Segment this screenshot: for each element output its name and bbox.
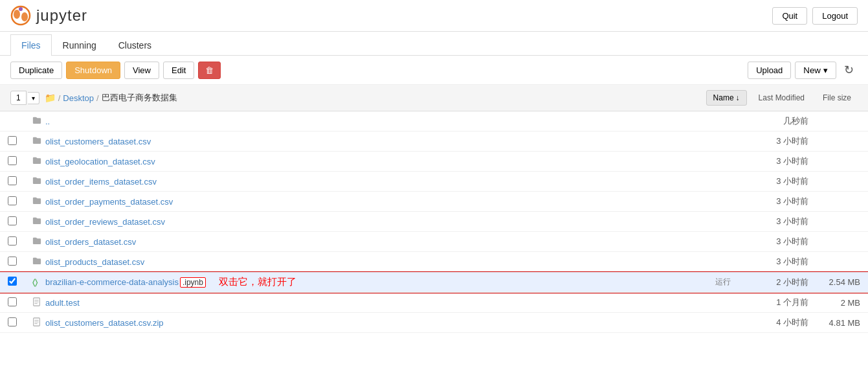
file-link[interactable]: olist_order_payments_dataset.csv bbox=[45, 197, 173, 207]
file-checkbox[interactable] bbox=[8, 196, 17, 205]
file-link[interactable]: olist_order_items_dataset.csv bbox=[45, 177, 157, 187]
last-modified-col: 2 小时前 bbox=[739, 272, 816, 293]
table-row: 〈〉brazilian-e-commerce-data-analysis.ipy… bbox=[0, 272, 868, 293]
quit-button[interactable]: Quit bbox=[772, 7, 807, 25]
file-size-col bbox=[816, 152, 868, 172]
spacer-col bbox=[684, 172, 700, 192]
icon-col bbox=[25, 111, 43, 131]
last-modified-col: 3 小时前 bbox=[739, 232, 816, 252]
table-row: olist_order_reviews_dataset.csv3 小时前 bbox=[0, 212, 868, 232]
check-col bbox=[0, 252, 25, 272]
file-checkbox[interactable] bbox=[8, 236, 17, 246]
duplicate-button[interactable]: Duplicate bbox=[10, 62, 62, 79]
folder-icon bbox=[32, 238, 41, 247]
status-col bbox=[700, 192, 739, 212]
dir-nav-button[interactable]: 1 bbox=[10, 91, 27, 105]
file-link[interactable]: olist_orders_dataset.csv bbox=[45, 237, 136, 247]
status-col bbox=[700, 232, 739, 252]
toolbar: Duplicate Shutdown View Edit 🗑 Upload Ne… bbox=[0, 56, 868, 85]
tab-files[interactable]: Files bbox=[10, 34, 52, 56]
notebook-name-box: .ipynb bbox=[180, 277, 206, 288]
last-modified-col: 3 小时前 bbox=[739, 172, 816, 192]
refresh-button[interactable]: ↻ bbox=[840, 61, 858, 79]
delete-button[interactable]: 🗑 bbox=[198, 62, 221, 79]
svg-point-1 bbox=[14, 10, 20, 19]
file-size-col: 2 MB bbox=[816, 293, 868, 313]
svg-point-2 bbox=[21, 12, 28, 21]
spacer-col bbox=[684, 152, 700, 172]
icon-col bbox=[25, 212, 43, 232]
status-col bbox=[700, 293, 739, 313]
status-col bbox=[700, 131, 739, 152]
tab-running[interactable]: Running bbox=[52, 34, 107, 56]
sort-name-button[interactable]: Name ↓ bbox=[706, 90, 747, 106]
name-col: brazilian-e-commerce-data-analysis.ipynb… bbox=[43, 272, 684, 293]
file-link[interactable]: olist_customers_dataset.csv bbox=[45, 137, 151, 146]
name-col: olist_orders_dataset.csv bbox=[43, 232, 684, 252]
file-icon bbox=[32, 319, 41, 328]
breadcrumb-home-link[interactable]: Desktop bbox=[63, 93, 94, 103]
name-col: adult.test bbox=[43, 293, 684, 313]
check-col bbox=[0, 192, 25, 212]
spacer-col bbox=[684, 232, 700, 252]
status-col bbox=[700, 252, 739, 272]
view-button[interactable]: View bbox=[124, 62, 159, 79]
edit-button[interactable]: Edit bbox=[163, 62, 194, 79]
breadcrumb-bar: 1 ▾ 📁 / Desktop / 巴西电子商务数据集 Name ↓ Last … bbox=[0, 85, 868, 111]
file-size-col bbox=[816, 232, 868, 252]
name-col: olist_customers_dataset.csv bbox=[43, 131, 684, 152]
file-link[interactable]: olist_customers_dataset.csv.zip bbox=[45, 318, 164, 328]
folder-icon bbox=[32, 198, 41, 207]
toolbar-right: Upload New ▾ ↻ bbox=[748, 61, 858, 79]
icon-col bbox=[25, 192, 43, 212]
spacer-col bbox=[684, 131, 700, 152]
parent-link[interactable]: .. bbox=[45, 117, 50, 126]
status-col bbox=[700, 313, 739, 333]
file-checkbox[interactable] bbox=[8, 317, 17, 326]
file-checkbox[interactable] bbox=[8, 297, 17, 306]
check-col bbox=[0, 313, 25, 333]
status-col bbox=[700, 152, 739, 172]
folder-icon bbox=[32, 258, 41, 268]
icon-col bbox=[25, 131, 43, 152]
folder-icon: 📁 bbox=[45, 93, 56, 103]
icon-col bbox=[25, 293, 43, 313]
tab-clusters[interactable]: Clusters bbox=[107, 34, 162, 56]
file-link[interactable]: olist_products_dataset.csv bbox=[45, 257, 144, 267]
breadcrumb-path: 📁 / Desktop / 巴西电子商务数据集 bbox=[45, 92, 177, 104]
file-link[interactable]: olist_geolocation_dataset.csv bbox=[45, 157, 155, 166]
check-col bbox=[0, 293, 25, 313]
spacer-col bbox=[684, 293, 700, 313]
file-checkbox[interactable] bbox=[8, 136, 17, 145]
last-modified-col: 3 小时前 bbox=[739, 192, 816, 212]
table-row: olist_products_dataset.csv3 小时前 bbox=[0, 252, 868, 272]
file-checkbox[interactable] bbox=[8, 277, 17, 286]
path-sep-1: / bbox=[96, 93, 99, 103]
file-checkbox[interactable] bbox=[8, 216, 17, 225]
check-col bbox=[0, 232, 25, 252]
folder-icon bbox=[32, 137, 41, 147]
last-modified-col: 1 个月前 bbox=[739, 293, 816, 313]
name-col: olist_order_reviews_dataset.csv bbox=[43, 212, 684, 232]
dir-nav-dropdown[interactable]: ▾ bbox=[28, 92, 39, 104]
table-row: ..几秒前 bbox=[0, 111, 868, 131]
file-link[interactable]: brazilian-e-commerce-data-analysis.ipynb bbox=[45, 277, 206, 287]
logout-button[interactable]: Logout bbox=[812, 7, 858, 25]
file-checkbox[interactable] bbox=[8, 257, 17, 266]
icon-col bbox=[25, 232, 43, 252]
folder-icon bbox=[32, 157, 41, 167]
file-checkbox[interactable] bbox=[8, 176, 17, 185]
name-col: olist_order_payments_dataset.csv bbox=[43, 192, 684, 212]
upload-button[interactable]: Upload bbox=[748, 62, 791, 79]
file-link[interactable]: olist_order_reviews_dataset.csv bbox=[45, 217, 165, 227]
file-checkbox[interactable] bbox=[8, 156, 17, 165]
new-button[interactable]: New ▾ bbox=[795, 62, 836, 79]
table-row: olist_orders_dataset.csv3 小时前 bbox=[0, 232, 868, 252]
file-link[interactable]: adult.test bbox=[45, 298, 80, 308]
jupyter-logo-icon bbox=[10, 5, 31, 26]
dir-nav-group: 1 ▾ bbox=[10, 91, 39, 105]
check-col bbox=[0, 212, 25, 232]
spacer-col bbox=[684, 212, 700, 232]
shutdown-button[interactable]: Shutdown bbox=[66, 62, 120, 79]
sort-icon: ↓ bbox=[736, 93, 740, 102]
